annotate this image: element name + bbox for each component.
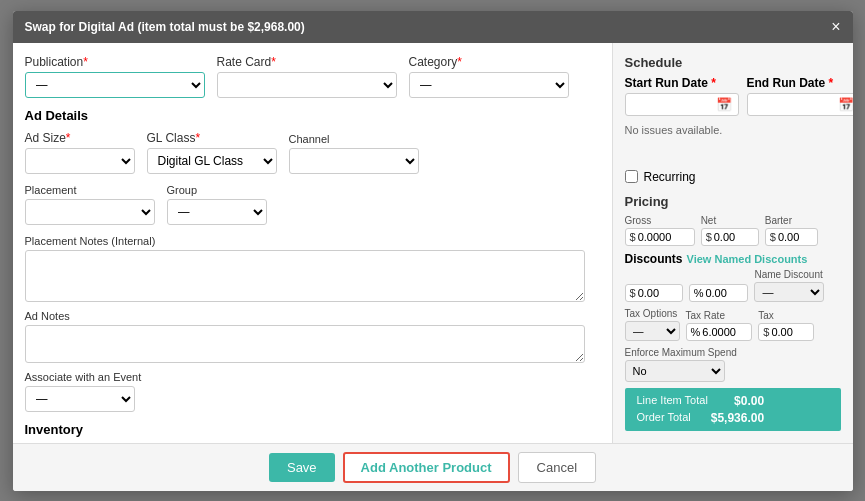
publication-select[interactable]: — (25, 72, 205, 98)
add-another-product-button[interactable]: Add Another Product (343, 452, 510, 483)
enforce-row: Enforce Maximum Spend No (625, 347, 841, 382)
gl-class-group: GL Class* Digital GL Class (147, 131, 277, 174)
end-calendar-icon[interactable]: 📅 (838, 97, 853, 112)
order-total-label: Order Total (637, 411, 691, 425)
ad-size-select[interactable] (25, 148, 135, 174)
modal: Swap for Digital Ad (item total must be … (13, 11, 853, 491)
start-calendar-icon[interactable]: 📅 (716, 97, 732, 112)
placement-notes-label: Placement Notes (Internal) (25, 235, 600, 247)
gl-class-label: GL Class* (147, 131, 277, 145)
category-select[interactable]: — (409, 72, 569, 98)
modal-title: Swap for Digital Ad (item total must be … (25, 20, 305, 34)
discounts-header: Discounts View Named Discounts (625, 252, 841, 266)
end-date-group: End Run Date * 📅 (747, 76, 853, 116)
gross-input-wrap: $ (625, 228, 695, 246)
net-input[interactable] (714, 231, 754, 243)
end-date-input-wrap: 📅 (747, 93, 853, 116)
disc-pct-sym: % (694, 287, 704, 299)
placement-select[interactable] (25, 199, 155, 225)
view-named-discounts-link[interactable]: View Named Discounts (687, 253, 808, 265)
channel-select[interactable] (289, 148, 419, 174)
placement-notes-textarea[interactable] (25, 250, 585, 302)
schedule-title: Schedule (625, 55, 841, 70)
associate-event-label: Associate with an Event (25, 371, 142, 383)
disc-dollar-input[interactable] (638, 287, 678, 299)
pub-rate-cat-row: Publication* — Rate Card* (25, 55, 600, 98)
no-issues-text: No issues available. (625, 124, 841, 136)
tax-input[interactable] (771, 326, 809, 338)
tax-wrap: $ (758, 323, 814, 341)
close-button[interactable]: × (831, 19, 840, 35)
barter-dollar: $ (770, 231, 776, 243)
gross-net-barter-row: Gross $ Net $ Barter (625, 215, 841, 246)
recurring-label: Recurring (644, 170, 696, 184)
start-date-input[interactable] (632, 97, 712, 111)
tax-dollar: $ (763, 326, 769, 338)
tax-rate-label: Tax Rate (686, 310, 753, 321)
disc-pct-group: % (689, 284, 749, 302)
barter-input-wrap: $ (765, 228, 818, 246)
placement-notes-group: Placement Notes (Internal) (25, 235, 600, 302)
right-panel: Schedule Start Run Date * 📅 (613, 43, 853, 443)
end-run-date-label: End Run Date * (747, 76, 853, 90)
disc-pct-wrap: % (689, 284, 749, 302)
associate-event-select[interactable]: — (25, 386, 135, 412)
line-item-total-value: $0.00 (734, 394, 764, 408)
gross-input[interactable] (638, 231, 690, 243)
name-discount-select[interactable]: — (754, 282, 824, 302)
tax-rate-group: Tax Rate % (686, 310, 753, 341)
tax-label: Tax (758, 310, 814, 321)
tax-options-group: Tax Options — (625, 308, 680, 341)
net-input-wrap: $ (701, 228, 759, 246)
ad-notes-group: Ad Notes (25, 310, 600, 363)
tax-options-select[interactable]: — (625, 321, 680, 341)
ad-size-group: Ad Size* (25, 131, 135, 174)
net-group: Net $ (701, 215, 759, 246)
barter-label: Barter (765, 215, 818, 226)
save-button[interactable]: Save (269, 453, 335, 482)
line-item-total-label: Line Item Total (637, 394, 708, 408)
rate-card-label: Rate Card* (217, 55, 397, 69)
disc-pct-input[interactable] (705, 287, 743, 299)
tax-rate-pct: % (691, 326, 701, 338)
tax-rate-input[interactable] (702, 326, 747, 338)
start-date-input-wrap: 📅 (625, 93, 739, 116)
disc-dollar-wrap: $ (625, 284, 683, 302)
tax-options-label: Tax Options (625, 308, 680, 319)
recurring-checkbox[interactable] (625, 170, 638, 183)
totals-bar: Line Item Total $0.00 Order Total $5,936… (625, 388, 841, 431)
rate-card-group: Rate Card* (217, 55, 397, 98)
group-select[interactable]: — (167, 199, 267, 225)
barter-input[interactable] (778, 231, 813, 243)
enforce-group: Enforce Maximum Spend No (625, 347, 841, 382)
modal-body: Publication* — Rate Card* (13, 43, 853, 443)
start-date-group: Start Run Date * 📅 (625, 76, 739, 116)
net-label: Net (701, 215, 759, 226)
ad-size-label: Ad Size* (25, 131, 135, 145)
barter-group: Barter $ (765, 215, 818, 246)
associate-event-group: Associate with an Event — (25, 371, 142, 412)
ad-details-title: Ad Details (25, 108, 600, 123)
rate-card-select[interactable] (217, 72, 397, 98)
channel-group: Channel (289, 133, 419, 174)
publication-group: Publication* — (25, 55, 205, 98)
end-date-input[interactable] (754, 97, 834, 111)
ad-notes-label: Ad Notes (25, 310, 600, 322)
ad-notes-textarea[interactable] (25, 325, 585, 363)
discounts-inputs-row: $ % Name Discount — (625, 269, 841, 302)
recurring-row: Recurring (625, 170, 841, 184)
placement-group-row: Placement Group — (25, 184, 600, 225)
gross-dollar: $ (630, 231, 636, 243)
inventory-title: Inventory (25, 422, 600, 437)
enforce-select[interactable]: No (625, 360, 725, 382)
associate-event-row: Associate with an Event — (25, 371, 600, 412)
modal-header: Swap for Digital Ad (item total must be … (13, 11, 853, 43)
placement-group: Placement (25, 184, 155, 225)
tax-group: Tax $ (758, 310, 814, 341)
disc-dollar-sym: $ (630, 287, 636, 299)
net-dollar: $ (706, 231, 712, 243)
tax-row: Tax Options — Tax Rate % Tax (625, 308, 841, 341)
cancel-button[interactable]: Cancel (518, 452, 596, 483)
left-panel: Publication* — Rate Card* (13, 43, 613, 443)
gl-class-select[interactable]: Digital GL Class (147, 148, 277, 174)
